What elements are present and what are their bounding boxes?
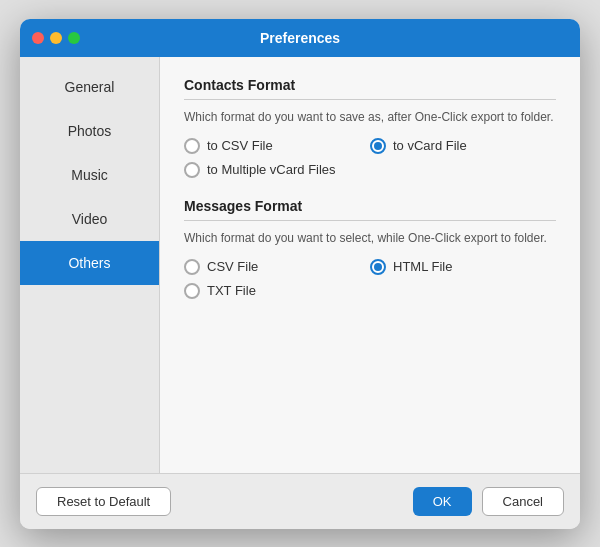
main-content: Contacts Format Which format do you want… [160,57,580,473]
close-button[interactable] [32,32,44,44]
contacts-section: Contacts Format Which format do you want… [184,77,556,178]
messages-section: Messages Format Which format do you want… [184,198,556,299]
window-title: Preferences [260,30,340,46]
ok-button[interactable]: OK [413,487,472,516]
preferences-window: Preferences General Photos Music Video O… [20,19,580,529]
messages-csv-radio[interactable] [184,259,200,275]
contacts-multiple-vcard-option[interactable]: to Multiple vCard Files [184,162,370,178]
titlebar: Preferences [20,19,580,57]
contacts-multiple-vcard-label: to Multiple vCard Files [207,162,336,177]
contacts-divider [184,99,556,100]
sidebar-item-music[interactable]: Music [20,153,159,197]
content-area: General Photos Music Video Others Contac… [20,57,580,473]
messages-radio-group: CSV File HTML File TXT File [184,259,556,299]
contacts-section-desc: Which format do you want to save as, aft… [184,110,556,124]
messages-divider [184,220,556,221]
contacts-section-title: Contacts Format [184,77,556,93]
traffic-lights [32,32,80,44]
messages-section-desc: Which format do you want to select, whil… [184,231,556,245]
contacts-csv-label: to CSV File [207,138,273,153]
minimize-button[interactable] [50,32,62,44]
contacts-vcard-option[interactable]: to vCard File [370,138,556,154]
contacts-radio-group: to CSV File to vCard File to Multiple vC… [184,138,556,178]
sidebar-item-photos[interactable]: Photos [20,109,159,153]
sidebar: General Photos Music Video Others [20,57,160,473]
contacts-multiple-vcard-radio[interactable] [184,162,200,178]
messages-html-option[interactable]: HTML File [370,259,556,275]
cancel-button[interactable]: Cancel [482,487,564,516]
footer: Reset to Default OK Cancel [20,473,580,529]
messages-txt-label: TXT File [207,283,256,298]
messages-txt-option[interactable]: TXT File [184,283,370,299]
footer-right-buttons: OK Cancel [413,487,564,516]
sidebar-item-general[interactable]: General [20,65,159,109]
messages-html-label: HTML File [393,259,452,274]
sidebar-item-others[interactable]: Others [20,241,159,285]
messages-section-title: Messages Format [184,198,556,214]
maximize-button[interactable] [68,32,80,44]
messages-csv-option[interactable]: CSV File [184,259,370,275]
reset-to-default-button[interactable]: Reset to Default [36,487,171,516]
contacts-csv-radio[interactable] [184,138,200,154]
contacts-vcard-label: to vCard File [393,138,467,153]
sidebar-item-video[interactable]: Video [20,197,159,241]
messages-html-radio[interactable] [370,259,386,275]
contacts-csv-option[interactable]: to CSV File [184,138,370,154]
messages-txt-radio[interactable] [184,283,200,299]
contacts-vcard-radio[interactable] [370,138,386,154]
messages-csv-label: CSV File [207,259,258,274]
